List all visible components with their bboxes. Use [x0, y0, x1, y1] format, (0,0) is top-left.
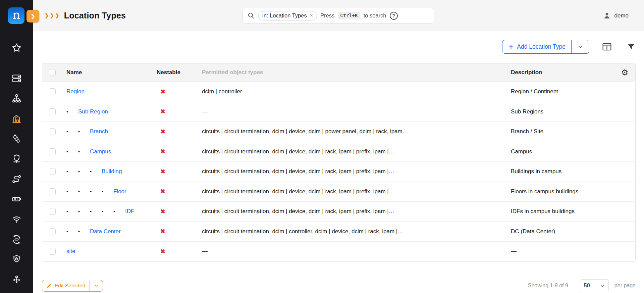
column-header-description: Description — [508, 69, 614, 76]
description-cell: IDFs in campus buildings — [508, 208, 614, 215]
sidebar-item-cables[interactable] — [0, 129, 33, 149]
sidebar-item-migration[interactable] — [0, 270, 33, 290]
content: Add Location Type — [33, 31, 644, 293]
column-header-nestable[interactable]: Nestable — [155, 69, 200, 76]
table-header-row: Name Nestable Permitted object types Des… — [42, 63, 635, 82]
row-checkbox-cell — [42, 168, 62, 175]
table-row: site ✖ — — — [42, 241, 635, 261]
sidebar-item-hierarchy[interactable] — [0, 88, 33, 108]
location-type-link[interactable]: Region — [66, 88, 85, 95]
column-header-name[interactable]: Name — [62, 69, 155, 76]
building-icon — [11, 113, 22, 124]
row-checkbox-cell — [42, 248, 62, 255]
hierarchy-dot: • — [90, 168, 102, 174]
permitted-object-types-cell: circuits | circuit termination, dcim | d… — [200, 168, 508, 175]
hierarchy-dot: • — [66, 189, 78, 194]
page-size-value: 50 — [584, 283, 590, 289]
sidebar-expand-button[interactable]: ❯ — [26, 10, 39, 22]
table-columns-icon — [602, 42, 612, 52]
add-options-dropdown[interactable] — [572, 40, 589, 53]
select-all-checkbox[interactable] — [49, 69, 56, 76]
gear-icon[interactable]: ⚙ — [621, 68, 629, 77]
permitted-object-types-cell: circuits | circuit termination, dcim | d… — [200, 128, 508, 135]
hierarchy-dot: • — [78, 149, 90, 154]
location-type-link[interactable]: Branch — [90, 128, 108, 135]
edit-selected-button[interactable]: Edit Selected — [42, 280, 90, 291]
row-checkbox-cell — [42, 188, 62, 195]
location-type-link[interactable]: IDF — [125, 208, 134, 214]
not-nestable-icon: ✖ — [160, 208, 165, 215]
search-hint-press: Press — [320, 12, 334, 19]
nestable-cell: ✖ — [155, 208, 200, 215]
sidebar-item-power[interactable] — [0, 189, 33, 209]
showing-count: Showing 1-9 of 9 — [528, 283, 568, 289]
global-search[interactable]: in: Location Types × Press Ctrl+K to sea… — [243, 8, 434, 23]
sidebar-item-wireless[interactable] — [0, 209, 33, 229]
sync-icon — [11, 234, 22, 245]
location-type-link[interactable]: Data Center — [90, 228, 121, 235]
row-checkbox[interactable] — [49, 128, 56, 135]
filter-button[interactable] — [627, 42, 636, 51]
server-stack-icon — [11, 73, 22, 84]
header-gear-cell: ⚙ — [614, 68, 635, 77]
sidebar-item-devices[interactable] — [0, 68, 33, 88]
table-config-button[interactable] — [602, 42, 612, 52]
location-type-link[interactable]: Campus — [90, 148, 111, 155]
row-checkbox[interactable] — [49, 88, 56, 95]
edit-selected-split-button: Edit Selected — [42, 280, 103, 292]
not-nestable-icon: ✖ — [160, 228, 165, 235]
hierarchy-dot: • — [66, 129, 78, 134]
sidebar-item-firewall[interactable] — [0, 249, 33, 270]
table-row: •••Building ✖ circuits | circuit termina… — [42, 161, 635, 182]
name-cell: •Sub Region — [62, 108, 155, 115]
help-icon[interactable]: ? — [390, 12, 398, 20]
location-type-link[interactable]: Sub Region — [78, 108, 108, 115]
sidebar-item-routes[interactable] — [0, 169, 33, 189]
permitted-object-types-cell: circuits | circuit termination, dcim | d… — [200, 188, 508, 195]
row-checkbox[interactable] — [49, 108, 56, 115]
hierarchy-dot: • — [66, 168, 78, 174]
row-checkbox[interactable] — [49, 228, 56, 235]
permitted-object-types-cell: dcim | controller — [200, 88, 508, 95]
page-size-select[interactable]: 50 — [580, 279, 609, 292]
edit-options-dropdown[interactable] — [90, 280, 103, 291]
hierarchy-dot: • — [102, 208, 113, 214]
cables-icon — [11, 134, 22, 144]
row-checkbox[interactable] — [49, 248, 56, 255]
sidebar-nav — [0, 38, 33, 290]
chevron-down-icon — [94, 283, 99, 288]
sidebar-item-sync[interactable] — [0, 229, 33, 249]
chevron-down-icon — [600, 283, 605, 288]
not-nestable-icon: ✖ — [160, 88, 165, 95]
row-checkbox-cell — [42, 148, 62, 155]
row-checkbox-cell — [42, 108, 62, 115]
hierarchy-dot: • — [66, 229, 78, 234]
location-type-link[interactable]: Floor — [113, 188, 126, 195]
nestable-cell: ✖ — [155, 148, 200, 155]
row-checkbox[interactable] — [49, 148, 56, 155]
hierarchy-dot: • — [66, 109, 78, 114]
hierarchy-dot: • — [78, 229, 90, 234]
user-menu[interactable]: demo — [603, 0, 629, 31]
hierarchy-dot: • — [90, 189, 102, 194]
row-checkbox[interactable] — [49, 188, 56, 195]
close-icon[interactable]: × — [310, 13, 313, 18]
table-row: ••••Floor ✖ circuits | circuit terminati… — [42, 182, 635, 202]
hierarchy-dot: • — [78, 208, 90, 214]
sidebar-item-favorites[interactable] — [0, 38, 33, 58]
topbar: ❯❯❯ Location Types in: Location Types × … — [33, 0, 644, 31]
table-body: Region ✖ dcim | controller Region / Cont… — [42, 82, 635, 261]
location-type-link[interactable]: site — [66, 248, 75, 254]
row-checkbox[interactable] — [49, 208, 56, 215]
sidebar-item-security[interactable] — [0, 149, 33, 169]
shield-flame-icon — [11, 254, 22, 265]
sidebar-item-locations[interactable] — [0, 108, 33, 129]
nautobot-logo[interactable]: n — [8, 7, 24, 24]
table-row: ••Branch ✖ circuits | circuit terminatio… — [42, 121, 635, 142]
location-type-link[interactable]: Building — [102, 168, 122, 175]
add-location-type-button[interactable]: Add Location Type — [502, 40, 572, 53]
table-row: Region ✖ dcim | controller Region / Cont… — [42, 82, 635, 102]
row-checkbox-cell — [42, 228, 62, 235]
row-checkbox[interactable] — [49, 168, 56, 175]
search-scope-chip[interactable]: in: Location Types × — [258, 11, 317, 20]
